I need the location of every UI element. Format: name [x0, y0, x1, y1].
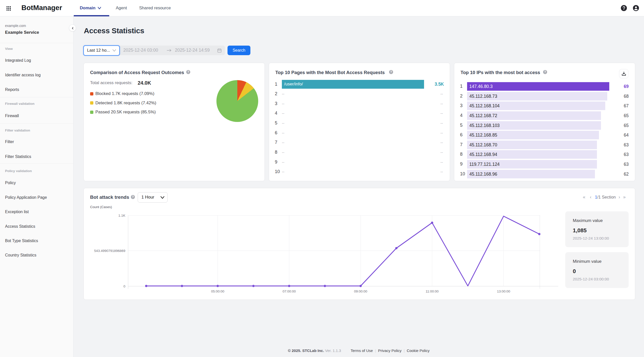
svg-text:13:00:00: 13:00:00: [497, 289, 510, 293]
svg-text:09:00:00: 09:00:00: [354, 289, 367, 293]
svg-text:543.4990791896869: 543.4990791896869: [94, 249, 125, 253]
svg-text:1.1K: 1.1K: [118, 214, 125, 217]
svg-text:05:00:00: 05:00:00: [211, 289, 224, 293]
svg-text:07:00:00: 07:00:00: [283, 289, 296, 293]
svg-text:11:00:00: 11:00:00: [426, 289, 439, 293]
svg-text:0: 0: [123, 284, 125, 288]
